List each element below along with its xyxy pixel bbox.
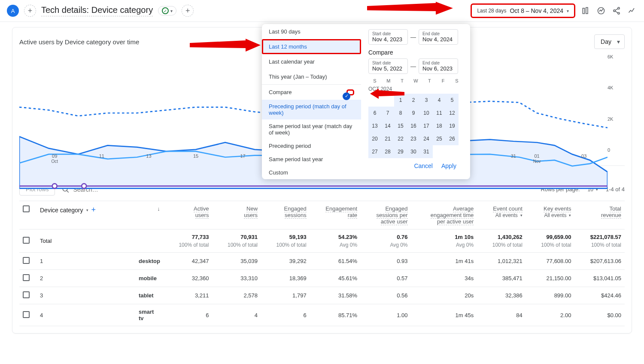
select-all-checkbox[interactable] — [23, 205, 30, 212]
calendar-day[interactable]: 28 — [381, 145, 394, 158]
status-pill[interactable]: ✓ ▾ — [158, 6, 176, 15]
row-checkbox[interactable] — [23, 311, 30, 318]
svg-rect-1 — [586, 8, 588, 14]
preset-option[interactable]: Last 12 months — [262, 39, 361, 54]
compare-label: Compare — [269, 89, 292, 95]
preset-column: Last 90 daysLast 12 monthsLast calendar … — [262, 24, 361, 179]
calendar-day[interactable]: 14 — [381, 119, 394, 132]
metric-header-rev[interactable]: Totalrevenue — [574, 201, 625, 229]
calendar-day[interactable]: 2 — [407, 94, 420, 107]
chart-title: Active users by Device category over tim… — [19, 38, 139, 46]
calendar-day[interactable]: 17 — [420, 119, 433, 132]
metric-header-events[interactable]: Event countAll events — [477, 201, 526, 229]
metric-header-key[interactable]: Key eventsAll events — [526, 201, 575, 229]
calendar-day[interactable]: 26 — [446, 132, 459, 145]
row-dimension: desktop — [135, 253, 164, 270]
table-row: Total77,733100% of total70,931100% of to… — [19, 229, 625, 253]
insights-icon[interactable] — [596, 6, 606, 16]
granularity-select[interactable]: Day — [594, 34, 625, 49]
calendar-day[interactable]: 18 — [433, 119, 446, 132]
calendar-day[interactable]: 8 — [394, 107, 407, 119]
row-checkbox[interactable] — [23, 291, 30, 298]
compare-option[interactable]: Same period last year (match day of week… — [262, 119, 361, 139]
compare-option[interactable]: Same period last year — [262, 153, 361, 166]
calendar-day[interactable]: 19 — [446, 119, 459, 132]
calendar-day[interactable]: 4 — [433, 94, 446, 107]
trend-icon[interactable] — [627, 6, 637, 16]
calendar-day[interactable]: 12 — [446, 107, 459, 119]
table-row: 1desktop42,34735,03939,29261.54%0.931m 4… — [19, 253, 625, 270]
preset-option[interactable]: Last 90 days — [262, 24, 361, 39]
calendar-day[interactable]: 23 — [407, 132, 420, 145]
calendar-day[interactable]: 15 — [394, 119, 407, 132]
svg-point-7 — [82, 184, 86, 188]
add-comparison-button[interactable]: + — [182, 5, 194, 17]
topbar: A + Tech details: Device category ✓ ▾ + … — [0, 0, 644, 22]
metric-header-avg_t[interactable]: Averageengagement timeper active user — [411, 201, 477, 229]
avatar[interactable]: A — [7, 5, 19, 17]
preset-option[interactable]: This year (Jan – Today) — [262, 69, 361, 84]
compare-start-input[interactable]: Start dateNov 5, 2022 — [368, 58, 408, 74]
metric-header-eng_r[interactable]: Engagementrate — [310, 201, 361, 229]
row-checkbox[interactable] — [23, 274, 30, 281]
compare-option[interactable]: Preceding period — [262, 139, 361, 153]
add-dimension-button[interactable]: + — [91, 205, 96, 214]
x-tick: 09Oct — [51, 153, 58, 164]
calendar-day[interactable]: 7 — [381, 107, 394, 119]
calendar-day[interactable]: 13 — [368, 119, 381, 132]
calendar-day — [381, 94, 394, 107]
calendar-day[interactable]: 6 — [368, 107, 381, 119]
apply-button[interactable]: Apply — [441, 162, 456, 169]
metric-header-eng_per[interactable]: Engagedsessions peractive user — [361, 201, 411, 229]
compare-option[interactable]: Custom — [262, 166, 361, 179]
date-range-text: Oct 8 – Nov 4, 2024 — [510, 7, 563, 14]
metric-select[interactable]: All events — [544, 212, 571, 218]
calendar-day[interactable]: 27 — [368, 145, 381, 158]
calendar-day[interactable]: 16 — [407, 119, 420, 132]
preset-option[interactable]: Last calendar year — [262, 54, 361, 69]
row-index: 4 — [36, 304, 135, 326]
date-label: Last 28 days — [477, 8, 506, 14]
calendar-grid[interactable]: 1234567891011121314151617181920212223242… — [368, 94, 463, 158]
calendar-day[interactable]: 31 — [420, 145, 433, 158]
metric-header-active[interactable]: Activeusers — [164, 201, 213, 229]
range-display: 1-4 of 4 — [606, 186, 625, 193]
check-icon: ✓ — [162, 7, 169, 14]
row-dimension: mobile — [135, 270, 164, 287]
compare-end-input[interactable]: End dateNov 6, 2023 — [419, 58, 458, 74]
metric-select[interactable]: All events — [495, 212, 522, 218]
calendar-day[interactable]: 29 — [394, 145, 407, 158]
calendar-day[interactable]: 11 — [433, 107, 446, 119]
calendar-day[interactable]: 22 — [394, 132, 407, 145]
data-table: Device category + ↓ ActiveusersNewusersE… — [19, 201, 625, 326]
row-checkbox[interactable] — [23, 257, 30, 264]
add-segment-button[interactable]: + — [24, 5, 36, 17]
x-tick: 31 — [511, 153, 516, 159]
calendar-day[interactable]: 24 — [420, 132, 433, 145]
metric-header-eng_s[interactable]: Engagedsessions — [261, 201, 310, 229]
start-date-input[interactable]: Start dateNov 4, 2023 — [368, 29, 408, 45]
sort-arrow-icon[interactable]: ↓ — [157, 205, 160, 212]
date-range-button[interactable]: Last 28 days Oct 8 – Nov 4, 2024 ▾ — [471, 3, 575, 18]
end-date-input[interactable]: End dateNov 4, 2024 — [419, 29, 458, 45]
row-dimension: smart tv — [135, 304, 164, 326]
day-header: T — [423, 78, 436, 83]
compare-toggle-highlight: ✓ — [346, 89, 354, 95]
cancel-button[interactable]: Cancel — [414, 162, 433, 169]
dimension-header[interactable]: Device category — [40, 207, 83, 214]
calendar-day[interactable]: 5 — [446, 94, 459, 107]
calendar-day[interactable]: 3 — [420, 94, 433, 107]
calendar-day[interactable]: 20 — [368, 132, 381, 145]
calendar-day[interactable]: 30 — [407, 145, 420, 158]
calendar-day[interactable]: 9 — [407, 107, 420, 119]
compare-option[interactable]: Preceding period (match day of week) — [262, 100, 361, 119]
calendar-day[interactable]: 1 — [394, 94, 407, 107]
row-checkbox[interactable] — [23, 237, 30, 244]
calendar-day[interactable]: 10 — [420, 107, 433, 119]
metric-header-new[interactable]: Newusers — [212, 201, 261, 229]
x-tick: 11 — [99, 153, 104, 159]
calendar-day[interactable]: 25 — [433, 132, 446, 145]
share-icon[interactable] — [611, 6, 622, 16]
compare-icon[interactable] — [580, 6, 591, 16]
calendar-day[interactable]: 21 — [381, 132, 394, 145]
